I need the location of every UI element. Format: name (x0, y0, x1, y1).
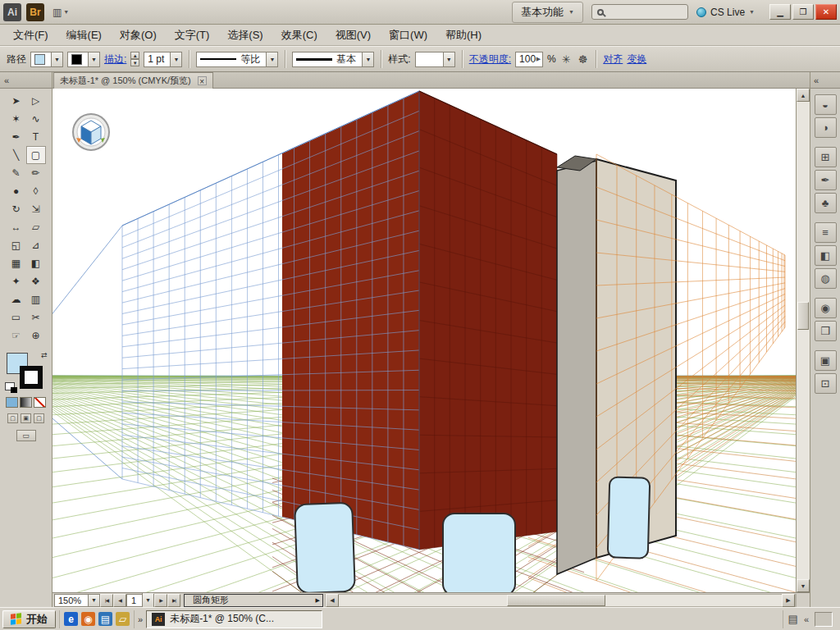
taskbar-item-illustrator[interactable]: Ai 未标题-1* @ 150% (C... (146, 610, 322, 628)
fill-color-dropdown[interactable]: ▼ (30, 52, 63, 67)
start-button[interactable]: 开始 (2, 610, 56, 628)
scroll-right-icon[interactable]: ▶ (782, 594, 795, 607)
transform-link[interactable]: 变换 (627, 52, 646, 66)
swap-fill-stroke-icon[interactable]: ⇄ (41, 351, 48, 359)
perspective-grid-tool[interactable]: ⊿ (26, 236, 46, 254)
color-guide-panel[interactable]: ◑ (815, 117, 837, 138)
recolor-artwork-icon[interactable]: ✳ (560, 53, 573, 66)
hand-tool[interactable]: ☞ (7, 326, 26, 345)
stroke-panel[interactable]: ≡ (815, 222, 837, 243)
brush-definition-dropdown[interactable]: 基本 ▼ (292, 52, 374, 67)
none-button[interactable] (34, 397, 46, 408)
slice-tool[interactable]: ✂ (26, 308, 46, 326)
menu-select[interactable]: 选择(S) (219, 25, 271, 45)
free-transform-tool[interactable]: ▱ (26, 218, 46, 236)
collapse-panel-icon[interactable]: « (4, 75, 9, 85)
artboard-number-dropdown[interactable]: 1 ▼ (126, 594, 154, 607)
scroll-up-icon[interactable]: ▲ (797, 89, 810, 102)
menu-edit[interactable]: 编辑(E) (58, 25, 110, 45)
pen-tool[interactable]: ✒ (7, 128, 26, 146)
gear-icon[interactable]: ☸ (577, 53, 590, 66)
mesh-tool[interactable]: ▦ (7, 254, 26, 272)
opacity-link[interactable]: 不透明度: (469, 52, 511, 66)
stroke-color-dropdown[interactable]: ▼ (67, 52, 100, 67)
swatches-panel[interactable]: ⊞ (815, 147, 837, 167)
horizontal-scroll-thumb[interactable] (507, 595, 605, 606)
menu-effect[interactable]: 效果(C) (273, 25, 326, 45)
appearance-panel[interactable]: ◉ (815, 298, 837, 318)
vertical-scroll-thumb[interactable] (797, 302, 809, 330)
opacity-input[interactable]: 100 ▶ (515, 52, 543, 67)
stroke-weight-dropdown[interactable]: 1 pt ▼ (144, 52, 182, 67)
type-tool[interactable]: T (26, 128, 46, 146)
line-segment-tool[interactable]: ╲ (7, 146, 26, 164)
arrange-documents-icon[interactable]: ▥▼ (49, 5, 72, 20)
minimize-button[interactable]: ▁ (769, 4, 791, 20)
menu-view[interactable]: 视图(V) (327, 25, 379, 45)
scroll-down-icon[interactable]: ▼ (797, 579, 810, 592)
gradient-tool[interactable]: ◧ (26, 254, 46, 272)
artboard-canvas[interactable] (52, 89, 796, 592)
document-tab[interactable]: 未标题-1* @ 150% (CMYK/预览) × (53, 72, 213, 89)
cs-live-button[interactable]: CS Live ▼ (696, 7, 755, 18)
previous-artboard-button[interactable]: ◀ (113, 594, 126, 607)
quick-launch-overflow-icon[interactable]: » (138, 614, 143, 624)
width-tool[interactable]: ↔ (7, 218, 26, 236)
screen-mode-button[interactable]: ▭ (16, 430, 36, 441)
color-button[interactable] (6, 397, 18, 408)
menu-file[interactable]: 文件(F) (5, 25, 57, 45)
width-profile-dropdown[interactable]: 等比 ▼ (196, 52, 278, 67)
bridge-button[interactable]: Br (26, 3, 44, 21)
gradient-button[interactable] (20, 397, 32, 408)
draw-inside-button[interactable]: ▢ (34, 413, 44, 423)
layers-panel[interactable]: ▣ (815, 350, 837, 371)
first-artboard-button[interactable]: |◀ (100, 594, 113, 607)
magic-wand-tool[interactable]: ✶ (7, 110, 26, 128)
status-tool-display[interactable]: 圆角矩形 ▶ (184, 594, 323, 607)
close-button[interactable]: ✕ (815, 4, 837, 20)
symbol-sprayer-tool[interactable]: ☁ (7, 290, 26, 308)
zoom-level-dropdown[interactable]: 150% ▼ (54, 594, 100, 607)
artboard-tool[interactable]: ▭ (7, 308, 26, 326)
scroll-left-icon[interactable]: ◀ (326, 594, 339, 607)
menu-window[interactable]: 窗口(W) (381, 25, 436, 45)
rounded-rectangle-tool[interactable]: ▢ (26, 146, 46, 164)
eyedropper-tool[interactable]: ✦ (7, 272, 26, 290)
transparency-panel[interactable]: ◍ (815, 268, 837, 289)
artboards-panel[interactable]: ⊡ (815, 373, 837, 394)
show-desktop-icon[interactable]: ▤ (98, 612, 112, 626)
draw-behind-button[interactable]: ▣ (21, 413, 31, 423)
zoom-tool[interactable]: ⊕ (26, 326, 46, 345)
horizontal-scrollbar[interactable]: ◀ ▶ (325, 594, 796, 607)
stroke-weight-stepper[interactable]: ▲▼ (130, 52, 139, 66)
color-panel[interactable]: ◒ (815, 94, 837, 115)
vertical-scrollbar[interactable]: ▲ ▼ (796, 89, 810, 592)
brushes-panel[interactable]: ✒ (815, 170, 837, 190)
graphic-styles-panel[interactable]: ❒ (815, 321, 837, 341)
workspace-switcher[interactable]: 基本功能 ▼ (512, 2, 583, 23)
stroke-panel-link[interactable]: 描边: (104, 52, 126, 66)
eraser-tool[interactable]: ◊ (26, 182, 46, 200)
ime-keyboard-icon[interactable]: ▤ (788, 613, 798, 625)
draw-normal-button[interactable]: ▢ (7, 413, 18, 423)
rotate-tool[interactable]: ↻ (7, 200, 26, 218)
direct-selection-tool[interactable]: ▷ (26, 92, 46, 110)
menu-help[interactable]: 帮助(H) (437, 25, 490, 45)
restore-button[interactable]: ❐ (792, 4, 814, 20)
last-artboard-button[interactable]: ▶| (167, 594, 180, 607)
symbols-panel[interactable]: ♣ (815, 193, 837, 213)
blend-tool[interactable]: ❖ (26, 272, 46, 290)
style-dropdown[interactable]: ▼ (415, 52, 455, 67)
expand-dock-icon[interactable]: « (814, 75, 819, 85)
scale-tool[interactable]: ⇲ (26, 200, 46, 218)
menu-object[interactable]: 对象(O) (112, 25, 165, 45)
next-artboard-button[interactable]: ▶ (154, 594, 167, 607)
default-fill-stroke-icon[interactable] (5, 382, 15, 390)
column-graph-tool[interactable]: ▥ (26, 290, 46, 308)
gradient-panel[interactable]: ◧ (815, 245, 837, 266)
ie-icon[interactable]: e (64, 612, 78, 626)
folder-icon[interactable]: ▱ (116, 612, 130, 626)
media-player-icon[interactable]: ◉ (81, 612, 95, 626)
blob-brush-tool[interactable]: ● (7, 182, 26, 200)
close-tab-icon[interactable]: × (198, 76, 207, 85)
